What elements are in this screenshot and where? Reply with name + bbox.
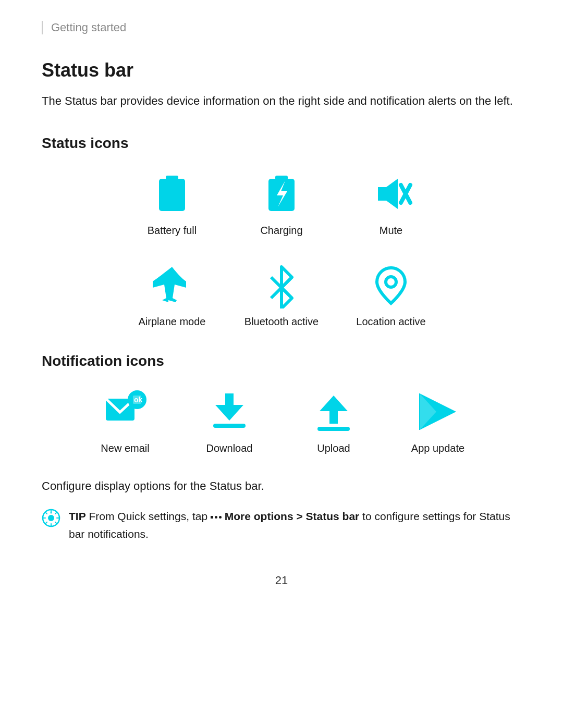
tip-icon [42,509,60,529]
battery-full-item: Battery full [117,170,227,237]
notification-icons-heading: Notification icons [42,353,521,369]
app-update-label: App update [411,442,464,454]
mute-icon [368,170,414,217]
svg-text:ok: ok [134,396,143,404]
download-icon [206,388,253,435]
bluetooth-item: Bluetooth active [227,262,336,328]
svg-point-11 [386,277,396,287]
section-description: The Status bar provides device informati… [42,92,521,110]
svg-line-31 [45,512,47,514]
status-icons-row1: Battery full Charging Mute [42,170,521,237]
svg-line-32 [55,522,57,524]
page-title: Status bar [42,59,521,81]
tip-more-options-icon [211,516,222,519]
svg-line-33 [55,512,57,514]
new-email-label: New email [101,442,149,454]
status-icons-heading: Status icons [42,135,521,152]
bluetooth-icon [258,262,305,309]
charging-icon [258,170,305,217]
download-item: Download [177,388,282,454]
charging-item: Charging [227,170,336,237]
battery-full-label: Battery full [148,225,197,237]
airplane-mode-label: Airplane mode [139,316,206,328]
svg-marker-19 [320,396,348,411]
airplane-mode-item: Airplane mode [117,262,227,328]
page-number: 21 [42,574,521,587]
tip-box: TIP From Quick settings, tap More option… [42,508,521,542]
location-item: Location active [336,262,446,328]
status-icons-row2: Airplane mode Bluetooth active Location … [42,262,521,328]
app-update-item: App update [386,388,490,454]
svg-rect-18 [213,424,246,428]
svg-point-35 [48,515,54,521]
upload-label: Upload [317,442,350,454]
charging-label: Charging [260,225,302,237]
new-email-icon: ok [102,388,149,435]
new-email-item: ok New email [73,388,177,454]
download-label: Download [206,442,253,454]
upload-icon [310,388,357,435]
svg-rect-3 [275,176,288,180]
svg-marker-5 [378,179,398,209]
airplane-mode-icon [149,262,195,309]
notification-icons-grid: ok New email Download Upload [42,388,521,454]
mute-label: Mute [380,225,402,237]
svg-rect-20 [329,409,338,424]
tip-bold-text: More options > Status bar [225,510,359,522]
svg-rect-17 [225,393,234,407]
svg-rect-21 [317,427,350,431]
app-update-icon [414,388,461,435]
breadcrumb: Getting started [42,21,521,34]
bluetooth-label: Bluetooth active [244,316,319,328]
tip-text-content: TIP From Quick settings, tap More option… [69,508,521,542]
svg-rect-1 [166,176,178,180]
svg-rect-0 [159,179,185,211]
location-label: Location active [356,316,425,328]
svg-marker-16 [215,405,243,421]
configure-text: Configure display options for the Status… [42,479,521,493]
tip-label: TIP [69,510,86,522]
svg-line-34 [45,522,47,524]
upload-item: Upload [282,388,386,454]
mute-item: Mute [336,170,446,237]
battery-full-icon [149,170,195,217]
tip-text-prefix: From Quick settings, tap [89,510,211,522]
location-icon [368,262,414,309]
